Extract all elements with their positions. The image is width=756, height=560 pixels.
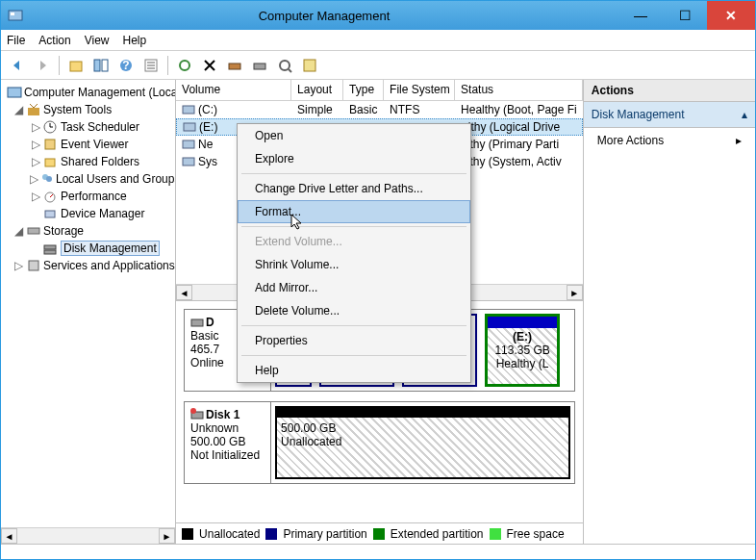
legend-swatch-primary bbox=[265, 528, 277, 540]
svg-rect-22 bbox=[45, 140, 55, 149]
ctx-format[interactable]: Format... bbox=[238, 200, 470, 223]
disk1-status: Not Initialized bbox=[190, 448, 265, 462]
collapse-icon: ▴ bbox=[742, 108, 747, 121]
ctx-open[interactable]: Open bbox=[238, 124, 470, 147]
col-filesystem[interactable]: File System bbox=[384, 80, 455, 100]
svg-rect-37 bbox=[191, 319, 203, 326]
disk1-row: Disk 1 Unknown 500.00 GB Not Initialized… bbox=[184, 401, 575, 484]
legend-swatch-free bbox=[490, 528, 501, 540]
ctx-change-letter[interactable]: Change Drive Letter and Paths... bbox=[238, 177, 470, 200]
help-button[interactable]: ? bbox=[115, 55, 137, 76]
disk0-title: D bbox=[206, 316, 214, 329]
toolbar: ? bbox=[1, 51, 755, 80]
tree-event-viewer[interactable]: ▷Event Viewer bbox=[1, 136, 175, 153]
col-volume[interactable]: Volume bbox=[176, 80, 291, 100]
svg-point-11 bbox=[180, 61, 189, 70]
svg-rect-16 bbox=[304, 60, 315, 71]
ctx-explore[interactable]: Explore bbox=[238, 147, 470, 170]
action4-button[interactable] bbox=[299, 55, 320, 76]
ctx-delete[interactable]: Delete Volume... bbox=[238, 299, 470, 322]
ctx-properties[interactable]: Properties bbox=[238, 329, 470, 352]
action2-button[interactable] bbox=[249, 55, 270, 76]
tree-shared-folders[interactable]: ▷Shared Folders bbox=[1, 153, 175, 170]
tree-device-manager[interactable]: Device Manager bbox=[1, 205, 175, 222]
forward-button[interactable] bbox=[32, 55, 53, 76]
close-button[interactable]: ✕ bbox=[707, 1, 755, 30]
tree-storage[interactable]: ◢Storage bbox=[1, 222, 175, 240]
tree-local-users[interactable]: ▷Local Users and Groups bbox=[1, 170, 175, 188]
tree-system-tools[interactable]: ◢System Tools bbox=[1, 101, 175, 118]
svg-rect-17 bbox=[8, 88, 21, 97]
action1-button[interactable] bbox=[224, 55, 245, 76]
tree-task-scheduler[interactable]: ▷Task Scheduler bbox=[1, 118, 175, 136]
tree-services[interactable]: ▷Services and Applications bbox=[1, 257, 175, 274]
actions-pane: Actions Disk Management▴ More Actions▸ bbox=[584, 80, 755, 544]
svg-point-14 bbox=[280, 61, 290, 70]
context-menu: Open Explore Change Drive Letter and Pat… bbox=[237, 123, 471, 383]
disk-offline-icon bbox=[190, 408, 204, 421]
legend-unallocated: Unallocated bbox=[199, 527, 260, 541]
up-button[interactable] bbox=[65, 55, 87, 76]
menu-file[interactable]: File bbox=[7, 34, 25, 47]
svg-rect-29 bbox=[28, 228, 39, 234]
refresh-button[interactable] bbox=[174, 55, 195, 76]
svg-rect-23 bbox=[45, 159, 55, 166]
svg-rect-30 bbox=[44, 245, 56, 249]
svg-rect-31 bbox=[44, 250, 56, 254]
minimize-button[interactable]: — bbox=[618, 1, 663, 30]
menu-help[interactable]: Help bbox=[123, 34, 147, 47]
tree-root[interactable]: Computer Management (Local bbox=[1, 84, 175, 101]
svg-rect-12 bbox=[229, 64, 240, 69]
disk1-info: Disk 1 Unknown 500.00 GB Not Initialized bbox=[185, 402, 271, 483]
maximize-button[interactable]: ☐ bbox=[663, 1, 707, 30]
app-icon bbox=[1, 8, 30, 23]
volume-row[interactable]: (C:)SimpleBasicNTFSHealthy (Boot, Page F… bbox=[176, 101, 583, 118]
tree-performance[interactable]: ▷Performance bbox=[1, 188, 175, 205]
status-bar bbox=[1, 544, 755, 560]
legend-primary: Primary partition bbox=[283, 527, 366, 541]
legend-free: Free space bbox=[507, 527, 565, 541]
delete-icon[interactable] bbox=[199, 55, 220, 76]
svg-point-25 bbox=[46, 176, 52, 182]
action3-button[interactable] bbox=[274, 55, 295, 76]
actions-more[interactable]: More Actions▸ bbox=[584, 128, 755, 153]
actions-section[interactable]: Disk Management▴ bbox=[584, 102, 755, 128]
col-type[interactable]: Type bbox=[343, 80, 384, 100]
disk1-size: 500.00 GB bbox=[190, 435, 265, 448]
legend-swatch-ext bbox=[373, 528, 385, 540]
tree-disk-management[interactable]: Disk Management bbox=[1, 240, 175, 257]
svg-line-15 bbox=[289, 69, 291, 72]
chevron-right-icon: ▸ bbox=[736, 134, 742, 147]
ctx-shrink[interactable]: Shrink Volume... bbox=[238, 253, 470, 276]
svg-rect-35 bbox=[183, 140, 194, 148]
disk1-unallocated[interactable]: 500.00 GBUnallocated bbox=[275, 406, 570, 479]
menu-view[interactable]: View bbox=[85, 34, 110, 47]
menu-action[interactable]: Action bbox=[38, 34, 70, 47]
legend-swatch-unalloc bbox=[182, 528, 193, 540]
menu-bar: File Action View Help bbox=[1, 30, 755, 51]
properties-button[interactable] bbox=[140, 55, 162, 76]
ctx-extend: Extend Volume... bbox=[238, 230, 470, 253]
col-status[interactable]: Status bbox=[455, 80, 583, 100]
ctx-add-mirror[interactable]: Add Mirror... bbox=[238, 276, 470, 299]
tree-pane: Computer Management (Local ◢System Tools… bbox=[1, 80, 176, 544]
svg-rect-32 bbox=[29, 261, 38, 270]
svg-rect-3 bbox=[94, 60, 100, 71]
ctx-help[interactable]: Help bbox=[238, 359, 470, 382]
svg-rect-34 bbox=[184, 123, 195, 131]
disk0-part-e[interactable]: (E:)113.35 GBHealthy (L bbox=[485, 314, 560, 387]
back-button[interactable] bbox=[7, 55, 28, 76]
title-bar: Computer Management — ☐ ✕ bbox=[1, 1, 755, 30]
svg-rect-2 bbox=[70, 62, 82, 71]
svg-rect-36 bbox=[183, 158, 194, 165]
svg-point-39 bbox=[190, 408, 196, 414]
tree-hscroll[interactable]: ◄► bbox=[1, 527, 175, 544]
legend: Unallocated Primary partition Extended p… bbox=[176, 522, 583, 544]
volume-header: Volume Layout Type File System Status bbox=[176, 80, 583, 101]
svg-rect-33 bbox=[183, 106, 194, 114]
actions-header: Actions bbox=[584, 80, 755, 102]
col-layout[interactable]: Layout bbox=[291, 80, 343, 100]
svg-rect-1 bbox=[11, 13, 14, 15]
show-hide-button[interactable] bbox=[90, 55, 112, 76]
disk1-title: Disk 1 bbox=[206, 408, 239, 421]
